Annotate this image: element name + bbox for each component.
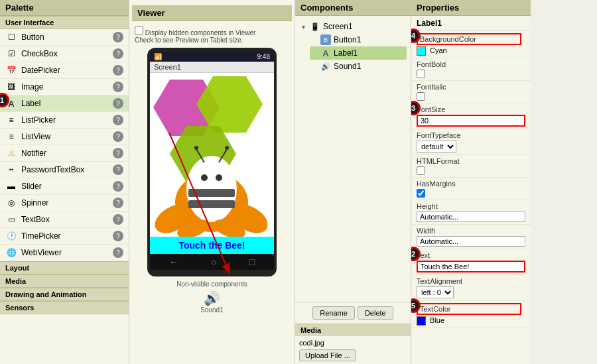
fonttypeface-select[interactable]: default <box>417 141 456 152</box>
help-listview-icon[interactable]: ? <box>113 131 123 142</box>
section-sensors[interactable]: Sensors <box>0 301 129 314</box>
help-datepicker-icon[interactable]: ? <box>113 65 123 76</box>
prop-textcolor: 5 TextColor Blue <box>411 301 531 328</box>
non-visible-components-label: Non-visible components <box>176 280 247 288</box>
text-input[interactable] <box>417 261 525 273</box>
bee-illustration <box>150 73 274 252</box>
section-drawing-animation[interactable]: Drawing and Animation <box>0 288 129 301</box>
palette-item-image-label: Image <box>21 82 113 91</box>
palette-panel: Palette User Interface ☐ Button ? ☑ Chec… <box>0 0 129 364</box>
backgroundcolor-label: BackgroundColor <box>417 33 521 45</box>
palette-item-textbox[interactable]: ▭ TextBox ? <box>0 212 129 228</box>
tree-item-button1[interactable]: B Button1 <box>310 33 407 46</box>
sound1-icon: 🔊 <box>320 61 331 72</box>
textalignment-select-row: left : 0 <box>417 286 525 298</box>
text-label: Text <box>417 251 525 259</box>
prop-fonttypeface: FontTypeface default <box>411 129 531 155</box>
help-textbox-icon[interactable]: ? <box>113 214 123 225</box>
touch-label-display[interactable]: Touch the Bee! <box>150 237 274 254</box>
palette-item-spinner[interactable]: ◎ Spinner ? <box>0 195 129 212</box>
palette-item-button[interactable]: ☐ Button ? <box>0 29 129 46</box>
width-label: Width <box>417 227 525 235</box>
sound-icon: 🔊 <box>204 290 220 306</box>
back-nav-btn[interactable]: ← <box>169 257 178 267</box>
fontitalic-checkbox[interactable] <box>417 92 425 101</box>
palette-item-label-label: Label <box>21 99 113 108</box>
recent-nav-btn[interactable]: □ <box>249 257 255 267</box>
fontsize-input[interactable] <box>417 115 525 127</box>
section-layout[interactable]: Layout <box>0 261 129 274</box>
viewer-option1-label[interactable]: Display hidden components in Viewer <box>135 27 289 36</box>
image-icon: 🖼 <box>5 81 17 93</box>
palette-item-checkbox[interactable]: ☑ CheckBox ? <box>0 46 129 62</box>
backgroundcolor-value[interactable]: Cyan <box>417 46 525 56</box>
svg-point-14 <box>225 146 229 150</box>
help-label-icon[interactable]: ? <box>113 98 123 109</box>
section-user-interface[interactable]: User Interface <box>0 16 129 29</box>
help-notifier-icon[interactable]: ? <box>113 148 123 158</box>
width-input[interactable] <box>417 236 525 247</box>
palette-item-notifier[interactable]: ⚠ Notifier ? <box>0 145 129 162</box>
help-listpicker-icon[interactable]: ? <box>113 115 123 125</box>
textcolor-value[interactable]: Blue <box>417 316 525 326</box>
tree-item-sound1[interactable]: 🔊 Sound1 <box>310 60 407 73</box>
home-nav-btn[interactable]: ○ <box>211 257 216 267</box>
help-webviewer-icon[interactable]: ? <box>113 247 123 258</box>
hasmargins-checkbox[interactable] <box>417 189 425 198</box>
prop-component-title: Label1 <box>411 16 531 31</box>
help-button-icon[interactable]: ? <box>113 32 123 42</box>
palette-item-spinner-label: Spinner <box>21 198 113 208</box>
prop-fontitalic: FontItalic <box>411 81 531 103</box>
palette-item-button-label: Button <box>21 32 113 42</box>
help-timepicker-icon[interactable]: ? <box>113 231 123 241</box>
help-slider-icon[interactable]: ? <box>113 181 123 192</box>
spinner-icon: ◎ <box>5 197 17 209</box>
tree-item-label1[interactable]: A Label1 <box>310 46 407 60</box>
svg-point-10 <box>216 174 222 181</box>
help-spinner-icon[interactable]: ? <box>113 198 123 208</box>
components-footer: Rename Delete <box>295 302 411 324</box>
palette-item-listview-label: ListView <box>21 132 113 141</box>
delete-button[interactable]: Delete <box>358 306 393 320</box>
tree-item-screen1[interactable]: ▾ 📱 Screen1 <box>299 20 407 33</box>
viewer-panel: Viewer Display hidden components in View… <box>129 0 295 364</box>
palette-item-label[interactable]: A Label ? 1 <box>0 95 129 112</box>
help-image-icon[interactable]: ? <box>113 82 123 92</box>
prop-fontsize: 3 FontSize <box>411 103 531 129</box>
hasmargins-label: HasMargins <box>417 180 525 188</box>
textcolor-swatch <box>417 316 426 326</box>
backgroundcolor-text: Cyan <box>430 46 447 54</box>
fontbold-checkbox[interactable] <box>417 70 425 78</box>
palette-item-timepicker[interactable]: 🕐 TimePicker ? <box>0 228 129 245</box>
height-input[interactable] <box>417 212 525 222</box>
upload-file-button[interactable]: Upload File ... <box>299 349 356 361</box>
textalignment-select[interactable]: left : 0 <box>417 286 454 298</box>
palette-item-webviewer[interactable]: 🌐 WebViewer ? <box>0 245 129 261</box>
palette-item-datepicker[interactable]: 📅 DatePicker ? <box>0 62 129 79</box>
svg-rect-8 <box>188 200 235 208</box>
rename-button[interactable]: Rename <box>312 306 355 320</box>
phone-screen-content[interactable]: Touch the Bee! <box>150 73 274 254</box>
prop-text: 2 Text <box>411 249 531 275</box>
palette-item-listpicker[interactable]: ≡ ListPicker ? <box>0 112 129 129</box>
button-icon: ☐ <box>5 31 17 43</box>
textbox-icon: ▭ <box>5 213 17 225</box>
palette-item-passwordtextbox[interactable]: •• PasswordTextBox ? <box>0 162 129 178</box>
help-checkbox-icon[interactable]: ? <box>113 48 123 59</box>
media-section-header: Media <box>295 324 411 336</box>
datepicker-icon: 📅 <box>5 64 17 76</box>
prop-hasmargins: HasMargins <box>411 178 531 200</box>
htmlformat-checkbox[interactable] <box>417 166 425 175</box>
svg-point-13 <box>194 146 198 150</box>
section-media[interactable]: Media <box>0 274 129 288</box>
screen1-icon: 📱 <box>310 21 320 32</box>
palette-item-slider[interactable]: ▬ Slider ? <box>0 178 129 195</box>
viewer-option1-checkbox[interactable] <box>135 27 143 35</box>
viewer-option2-label[interactable]: Check to see Preview on Tablet size. <box>135 36 289 44</box>
fontitalic-label: FontItalic <box>417 83 525 91</box>
palette-item-listview[interactable]: ≡ ListView ? <box>0 129 129 145</box>
textcolor-label: TextColor <box>417 303 521 315</box>
help-passwordtextbox-icon[interactable]: ? <box>113 164 123 175</box>
button1-icon: B <box>320 34 331 45</box>
palette-item-image[interactable]: 🖼 Image ? <box>0 79 129 95</box>
